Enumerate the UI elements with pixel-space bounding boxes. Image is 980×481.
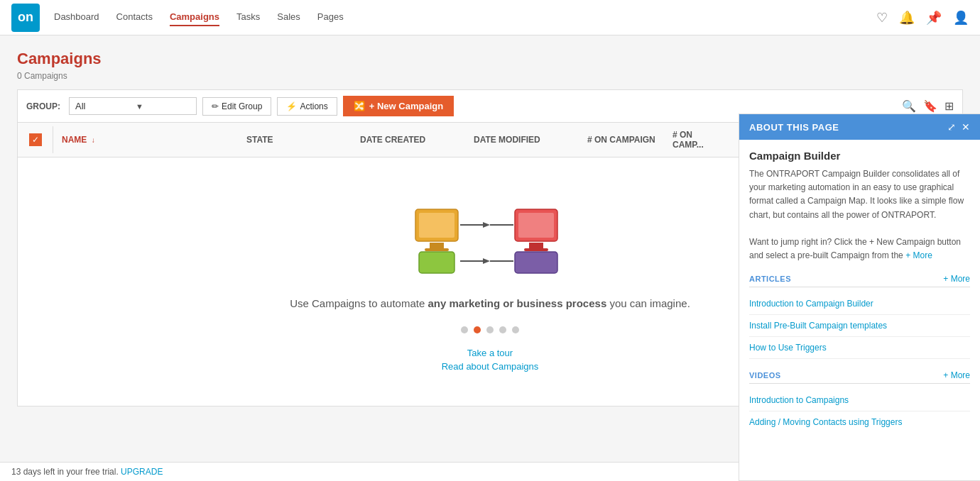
close-icon[interactable]: ✕	[962, 121, 970, 133]
user-icon[interactable]: 👤	[953, 10, 969, 26]
article-item-1[interactable]: Introduction to Campaign Builder	[749, 293, 970, 315]
nav-pages[interactable]: Pages	[317, 9, 344, 26]
pin-icon[interactable]: 📌	[926, 10, 942, 26]
take-tour-link[interactable]: Take a tour	[467, 348, 513, 358]
about-more-link[interactable]: + More	[905, 250, 932, 260]
nav-sales[interactable]: Sales	[277, 9, 300, 26]
dot-4[interactable]	[499, 326, 506, 333]
empty-bold-text: any marketing or business process	[428, 297, 606, 309]
expand-icon[interactable]: ⤢	[947, 121, 956, 133]
svg-rect-9	[515, 252, 557, 273]
svg-rect-1	[430, 243, 444, 248]
actions-button[interactable]: ⚡ Actions	[277, 97, 337, 116]
about-panel-header: ABOUT THIS PAGE ⤢ ✕	[739, 114, 980, 140]
new-campaign-button[interactable]: 🔀 + New Campaign	[343, 96, 454, 116]
col-on-campaign[interactable]: # ON CAMPAIGN	[579, 128, 664, 152]
videos-more-link[interactable]: + More	[943, 370, 970, 380]
dot-3[interactable]	[486, 326, 494, 333]
empty-links: Take a tour Read about Campaigns	[442, 348, 539, 372]
search-icon[interactable]: 🔍	[902, 99, 916, 113]
empty-state-text: Use Campaigns to automate any marketing …	[290, 296, 690, 312]
pencil-icon: ✏	[212, 101, 219, 111]
nav-campaigns[interactable]: Campaigns	[170, 9, 219, 26]
dot-5[interactable]	[512, 326, 519, 333]
logo: on	[11, 4, 40, 32]
articles-title: ARTICLES	[749, 275, 791, 283]
group-label: GROUP:	[26, 101, 60, 111]
about-section-text: The ONTRAPORT Campaign Builder consolida…	[749, 167, 970, 262]
articles-more-link[interactable]: + More	[943, 274, 970, 284]
svg-rect-2	[425, 248, 449, 251]
bookmark-icon[interactable]: 🔖	[923, 99, 937, 113]
svg-rect-6	[529, 243, 543, 248]
group-select[interactable]: All ▼	[69, 97, 197, 115]
svg-rect-8	[518, 213, 554, 238]
videos-title: VIDEOS	[749, 371, 781, 380]
svg-rect-4	[419, 252, 454, 273]
nav-links: Dashboard Contacts Campaigns Tasks Sales…	[54, 9, 876, 26]
edit-group-label: Edit Group	[222, 101, 262, 111]
about-panel: ABOUT THIS PAGE ⤢ ✕ Campaign Builder The…	[739, 114, 980, 407]
campaigns-count: 0 Campaigns	[17, 71, 963, 81]
col-name[interactable]: NAME ↓	[53, 128, 238, 152]
svg-rect-7	[524, 248, 548, 251]
top-nav: on Dashboard Contacts Campaigns Tasks Sa…	[0, 0, 980, 35]
nav-contacts[interactable]: Contacts	[116, 9, 153, 26]
col-state[interactable]: STATE	[238, 128, 352, 152]
actions-label: Actions	[300, 101, 327, 111]
nav-icons: ♡ 🔔 📌 👤	[876, 10, 969, 26]
add-icon: 🔀	[354, 101, 365, 111]
group-value: All	[75, 101, 130, 111]
dot-1[interactable]	[461, 326, 468, 333]
page-title: Campaigns	[17, 50, 963, 68]
edit-group-button[interactable]: ✏ Edit Group	[202, 97, 271, 116]
articles-header: ARTICLES + More	[749, 274, 970, 287]
check-icon: ✓	[29, 133, 42, 146]
nav-dashboard[interactable]: Dashboard	[54, 9, 99, 26]
about-section-title: Campaign Builder	[749, 150, 970, 162]
sort-icon: ↓	[92, 136, 95, 144]
nav-tasks[interactable]: Tasks	[236, 9, 260, 26]
svg-marker-14	[483, 258, 490, 264]
svg-rect-3	[419, 213, 454, 238]
campaign-illustration	[412, 199, 568, 279]
read-about-link[interactable]: Read about Campaigns	[442, 361, 539, 372]
about-panel-title: ABOUT THIS PAGE	[749, 122, 839, 133]
checkbox-all[interactable]: ✓	[18, 126, 53, 153]
toolbar-right: 🔍 🔖 ⊞	[902, 99, 954, 113]
notifications-icon[interactable]: 🔔	[899, 10, 915, 26]
panel-header-icons: ⤢ ✕	[947, 121, 970, 133]
article-item-3[interactable]: How to Use Triggers	[749, 337, 970, 359]
svg-marker-11	[483, 222, 490, 228]
grid-icon[interactable]: ⊞	[944, 99, 954, 113]
lightning-icon: ⚡	[286, 101, 297, 111]
about-panel-body: Campaign Builder The ONTRAPORT Campaign …	[739, 140, 980, 407]
chevron-down-icon: ▼	[136, 102, 190, 111]
dot-2[interactable]	[474, 326, 481, 333]
article-item-2[interactable]: Install Pre-Built Campaign templates	[749, 315, 970, 337]
new-campaign-label: + New Campaign	[369, 101, 443, 111]
col-date-created[interactable]: DATE CREATED	[352, 128, 465, 152]
video-item-1[interactable]: Introduction to Campaigns	[749, 389, 970, 407]
favorites-icon[interactable]: ♡	[876, 10, 888, 26]
col-date-modified[interactable]: DATE MODIFIED	[465, 128, 579, 152]
col-on-camp2[interactable]: # ON CAMP...	[664, 123, 721, 157]
videos-header: VIDEOS + More	[749, 370, 970, 384]
carousel-dots	[461, 326, 519, 333]
